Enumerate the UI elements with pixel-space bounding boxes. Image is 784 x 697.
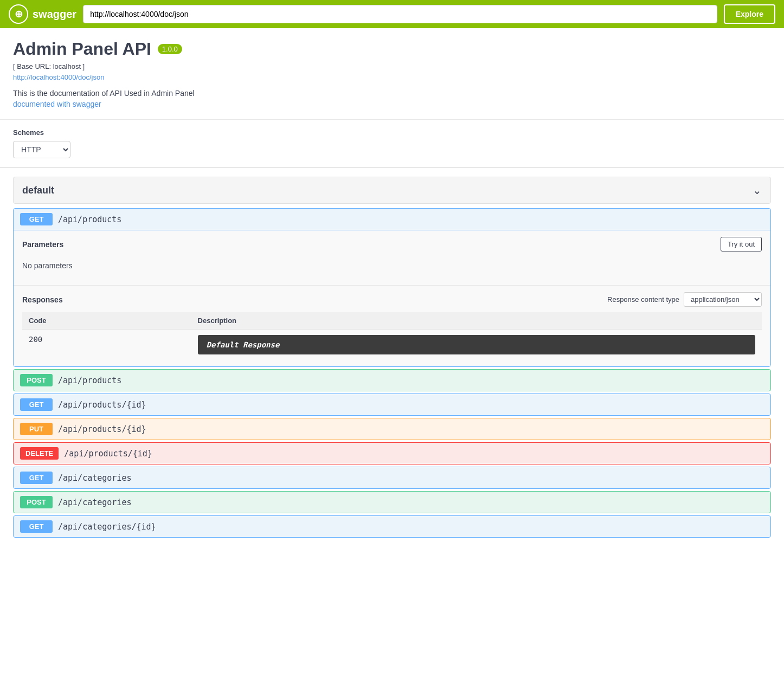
response-content-type-label: Response content type [607, 295, 679, 304]
method-badge-delete: DELETE [20, 447, 59, 460]
table-row: 200 Default Response [22, 330, 762, 360]
endpoint-path-put-products-id: /api/products/{id} [58, 424, 146, 434]
info-section: Admin Panel API 1.0.0 [ Base URL: localh… [0, 28, 784, 120]
doc-link[interactable]: http://localhost:4000/doc/json [13, 73, 104, 81]
response-description-cell: Default Response [191, 330, 762, 360]
responses-table: Code Description 200 Default Response [22, 312, 762, 360]
endpoint-path-get-categories-id: /api/categories/{id} [58, 522, 156, 532]
endpoint-path-get-categories: /api/categories [58, 473, 131, 483]
url-input[interactable] [83, 5, 717, 23]
params-section: Parameters Try it out No parameters [14, 230, 770, 286]
default-response-box: Default Response [198, 335, 755, 354]
endpoint-summary-get-products-id[interactable]: GET /api/products/{id} [14, 394, 770, 415]
endpoint-summary-get-products[interactable]: GET /api/products [14, 209, 770, 230]
endpoint-path-post-categories: /api/categories [58, 498, 131, 507]
endpoint-get-products: GET /api/products Parameters Try it out … [13, 208, 771, 367]
responses-table-header-row: Code Description [22, 312, 762, 330]
endpoint-summary-post-products[interactable]: POST /api/products [14, 370, 770, 391]
method-badge-post-2: POST [20, 496, 53, 508]
app-header: ⊕ swagger Explore [0, 0, 784, 28]
responses-section: Responses Response content type applicat… [14, 286, 770, 366]
method-badge-get-3: GET [20, 472, 53, 484]
endpoint-summary-post-categories[interactable]: POST /api/categories [14, 492, 770, 513]
swagger-link[interactable]: documented with swagger [13, 100, 101, 108]
schemes-section: Schemes HTTP HTTPS [0, 120, 784, 168]
explore-button[interactable]: Explore [724, 4, 775, 24]
endpoint-path-delete-products-id: /api/products/{id} [64, 449, 152, 459]
endpoint-get-products-id: GET /api/products/{id} [13, 393, 771, 416]
swagger-logo: ⊕ swagger [9, 4, 76, 24]
endpoint-summary-get-categories-id[interactable]: GET /api/categories/{id} [14, 516, 770, 537]
endpoint-get-categories-id: GET /api/categories/{id} [13, 515, 771, 538]
endpoint-path-get-products: /api/products [58, 215, 121, 224]
base-url-text: [ Base URL: localhost ] [13, 62, 771, 70]
method-badge-post: POST [20, 374, 53, 386]
endpoint-post-categories: POST /api/categories [13, 491, 771, 513]
logo-text: swagger [33, 8, 76, 21]
api-group-default: default ⌄ GET /api/products Parameters T… [13, 177, 771, 538]
method-badge-get-2: GET [20, 398, 53, 411]
col-description: Description [191, 312, 762, 330]
endpoint-path-get-products-id: /api/products/{id} [58, 400, 146, 410]
main-content: default ⌄ GET /api/products Parameters T… [0, 168, 784, 555]
endpoint-post-products: POST /api/products [13, 369, 771, 391]
api-description: This is the documentation of API Used in… [13, 89, 771, 98]
endpoint-expanded-get-products: Parameters Try it out No parameters Resp… [14, 230, 770, 366]
endpoint-summary-get-categories[interactable]: GET /api/categories [14, 467, 770, 488]
endpoint-summary-put-products-id[interactable]: PUT /api/products/{id} [14, 418, 770, 440]
version-badge: 1.0.0 [158, 44, 182, 54]
endpoint-delete-products-id: DELETE /api/products/{id} [13, 442, 771, 464]
method-badge-put: PUT [20, 423, 53, 435]
endpoint-get-categories: GET /api/categories [13, 467, 771, 489]
endpoint-put-products-id: PUT /api/products/{id} [13, 418, 771, 440]
responses-title: Responses [22, 295, 63, 304]
no-params-text: No parameters [22, 257, 762, 279]
endpoint-detail: Parameters Try it out No parameters Resp… [14, 230, 770, 366]
method-badge-get: GET [20, 213, 53, 225]
api-title-row: Admin Panel API 1.0.0 [13, 39, 771, 59]
schemes-label: Schemes [13, 128, 771, 137]
params-title: Parameters [22, 240, 63, 249]
col-code: Code [22, 312, 191, 330]
endpoint-summary-delete-products-id[interactable]: DELETE /api/products/{id} [14, 443, 770, 464]
params-header: Parameters Try it out [22, 237, 762, 251]
logo-icon: ⊕ [9, 4, 28, 24]
api-group-header[interactable]: default ⌄ [13, 177, 771, 204]
responses-header: Responses Response content type applicat… [22, 292, 762, 307]
response-content-type-row: Response content type application/json [607, 292, 762, 307]
response-content-type-select[interactable]: application/json [684, 292, 762, 307]
api-group-title: default [22, 185, 54, 196]
chevron-down-icon: ⌄ [753, 184, 762, 197]
try-it-out-button[interactable]: Try it out [721, 237, 762, 251]
api-title-text: Admin Panel API [13, 39, 151, 59]
method-badge-get-4: GET [20, 520, 53, 533]
schemes-select[interactable]: HTTP HTTPS [13, 141, 70, 158]
endpoint-path-post-products: /api/products [58, 376, 121, 385]
response-code: 200 [22, 330, 191, 360]
